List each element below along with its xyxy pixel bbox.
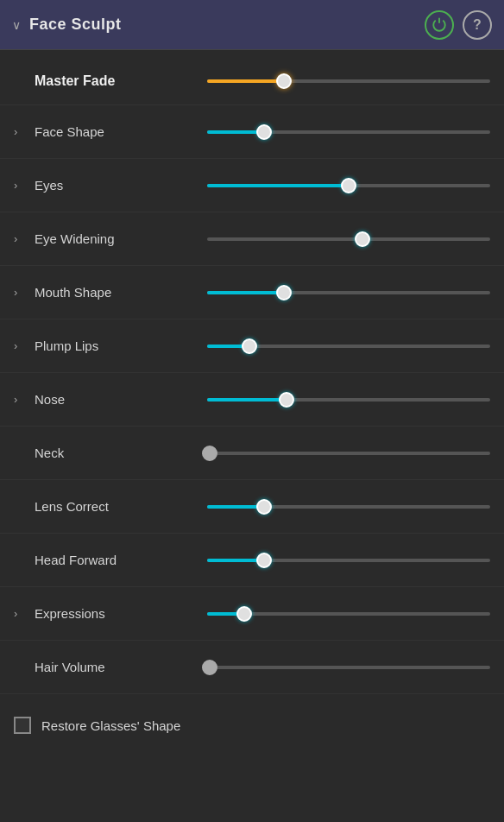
sliders-list: Master Fade › Face Shape › Eyes › Eye Wi…: [0, 50, 504, 701]
power-button[interactable]: [425, 10, 454, 40]
slider-neck[interactable]: [207, 452, 490, 455]
thumb-neck[interactable]: [202, 446, 217, 461]
label-mouth-shape: Mouth Shape: [35, 285, 207, 300]
slider-hair-volume[interactable]: [207, 666, 490, 669]
label-head-forward: Head Forward: [35, 553, 207, 567]
restore-glasses-row: Restore Glasses' Shape: [0, 701, 504, 749]
label-eye-widening: Eye Widening: [35, 231, 207, 246]
label-neck: Neck: [35, 446, 207, 460]
row-face-shape[interactable]: › Face Shape: [0, 105, 504, 159]
track-mouth-shape: [207, 291, 490, 294]
label-nose: Nose: [35, 392, 207, 407]
row-mouth-shape[interactable]: › Mouth Shape: [0, 266, 504, 319]
slider-master-fade[interactable]: [207, 79, 490, 83]
chevron-icon[interactable]: ›: [14, 125, 26, 138]
slider-expressions[interactable]: [207, 612, 490, 616]
slider-mouth-shape[interactable]: [207, 291, 490, 294]
track-lens-correct: [207, 505, 490, 509]
slider-head-forward[interactable]: [207, 559, 490, 562]
chevron-icon[interactable]: ›: [14, 607, 26, 620]
row-master-fade[interactable]: Master Fade: [0, 57, 504, 105]
label-plump-lips: Plump Lips: [35, 338, 207, 353]
row-expressions[interactable]: › Expressions: [0, 587, 504, 641]
label-eyes: Eyes: [35, 178, 207, 193]
track-neck: [207, 452, 490, 455]
label-expressions: Expressions: [35, 606, 207, 621]
row-neck[interactable]: Neck: [0, 427, 504, 480]
chevron-icon[interactable]: ›: [14, 286, 26, 299]
chevron-icon[interactable]: ›: [14, 339, 26, 352]
row-head-forward[interactable]: Head Forward: [0, 534, 504, 587]
row-plump-lips[interactable]: › Plump Lips: [0, 319, 504, 373]
chevron-icon[interactable]: ›: [14, 179, 26, 192]
label-hair-volume: Hair Volume: [35, 660, 207, 674]
thumb-head-forward[interactable]: [256, 553, 272, 568]
row-eyes[interactable]: › Eyes: [0, 159, 504, 212]
row-nose[interactable]: › Nose: [0, 373, 504, 427]
track-master-fade: [207, 79, 490, 83]
track-face-shape: [207, 130, 490, 134]
row-lens-correct[interactable]: Lens Correct: [0, 480, 504, 534]
thumb-eyes[interactable]: [341, 178, 356, 193]
label-master-fade: Master Fade: [35, 73, 207, 89]
thumb-hair-volume[interactable]: [202, 660, 217, 675]
restore-glasses-label: Restore Glasses' Shape: [41, 718, 180, 733]
track-expressions: [207, 612, 490, 616]
label-face-shape: Face Shape: [35, 124, 207, 139]
thumb-lens-correct[interactable]: [256, 499, 272, 515]
slider-nose[interactable]: [207, 398, 490, 402]
slider-face-shape[interactable]: [207, 130, 490, 134]
thumb-master-fade[interactable]: [276, 73, 292, 89]
track-plump-lips: [207, 345, 490, 348]
track-nose: [207, 398, 490, 402]
track-head-forward: [207, 559, 490, 562]
panel-title: Face Sculpt: [29, 16, 425, 34]
track-hair-volume: [207, 666, 490, 669]
thumb-face-shape[interactable]: [256, 124, 272, 140]
track-eyes: [207, 184, 490, 187]
thumb-expressions[interactable]: [236, 606, 252, 622]
help-button[interactable]: ?: [463, 10, 492, 40]
thumb-eye-widening[interactable]: [355, 231, 370, 247]
slider-lens-correct[interactable]: [207, 505, 490, 509]
row-hair-volume[interactable]: Hair Volume: [0, 641, 504, 694]
thumb-mouth-shape[interactable]: [276, 285, 292, 300]
slider-eye-widening[interactable]: [207, 237, 490, 241]
panel: ∨ Face Sculpt ? Master Fade › Face Shape: [0, 0, 504, 749]
slider-eyes[interactable]: [207, 184, 490, 187]
slider-plump-lips[interactable]: [207, 345, 490, 348]
collapse-icon[interactable]: ∨: [12, 18, 21, 32]
label-lens-correct: Lens Correct: [35, 499, 207, 514]
row-eye-widening[interactable]: › Eye Widening: [0, 212, 504, 266]
panel-header: ∨ Face Sculpt ?: [0, 0, 504, 50]
thumb-nose[interactable]: [279, 392, 294, 408]
track-eye-widening: [207, 237, 490, 241]
chevron-icon[interactable]: ›: [14, 393, 26, 406]
thumb-plump-lips[interactable]: [242, 338, 257, 354]
chevron-icon[interactable]: ›: [14, 232, 26, 245]
restore-glasses-checkbox[interactable]: [14, 717, 31, 734]
